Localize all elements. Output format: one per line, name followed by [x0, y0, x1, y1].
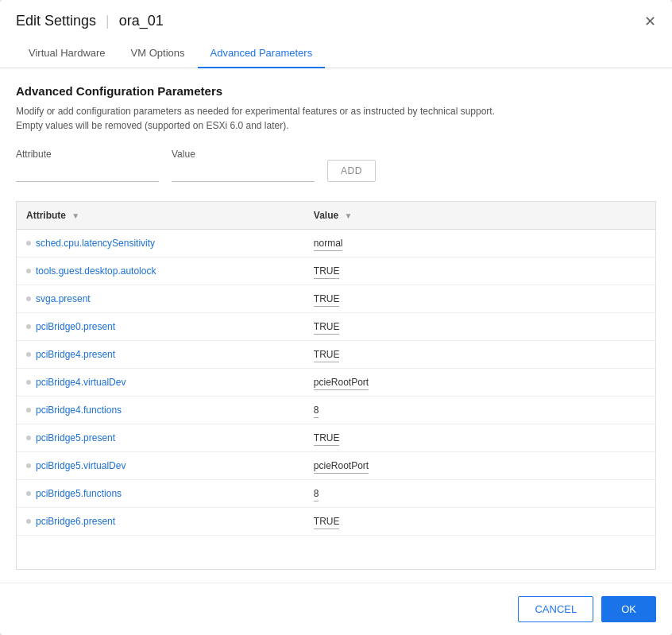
- val-cell-2: TRUE: [304, 285, 655, 313]
- value-input-group: Value: [172, 149, 315, 182]
- attr-dot-1: [26, 269, 31, 273]
- attr-link-7[interactable]: pciBridge5.present: [36, 432, 115, 443]
- tab-advanced-parameters[interactable]: Advanced Parameters: [198, 39, 326, 68]
- attr-cell-8: pciBridge5.virtualDev: [17, 452, 304, 480]
- dialog-title: Edit Settings: [16, 13, 96, 29]
- attr-dot-7: [26, 436, 31, 440]
- tab-bar: Virtual Hardware VM Options Advanced Par…: [0, 39, 672, 68]
- table-row: pciBridge4.virtualDev pcieRootPort: [17, 369, 655, 397]
- attr-link-5[interactable]: pciBridge4.virtualDev: [36, 377, 126, 388]
- attr-link-3[interactable]: pciBridge0.present: [36, 321, 115, 332]
- table-row: tools.guest.desktop.autolock TRUE: [17, 257, 655, 285]
- attr-dot-10: [26, 519, 31, 524]
- attr-cell-10: pciBridge6.present: [17, 508, 304, 536]
- attr-cell-7: pciBridge5.present: [17, 424, 304, 452]
- attribute-label: Attribute: [16, 149, 159, 160]
- val-cell-7: TRUE: [304, 424, 655, 452]
- column-header-attribute: Attribute ▼: [17, 202, 304, 230]
- val-text-3: TRUE: [314, 321, 340, 335]
- attribute-input[interactable]: [16, 163, 159, 182]
- val-cell-4: TRUE: [304, 341, 655, 369]
- attr-cell-3: pciBridge0.present: [17, 313, 304, 341]
- attr-dot-2: [26, 296, 31, 301]
- val-text-10: TRUE: [314, 516, 340, 529]
- val-text-8: pcieRootPort: [314, 460, 369, 474]
- section-desc-line2: Empty values will be removed (supported …: [16, 120, 289, 131]
- attr-link-6[interactable]: pciBridge4.functions: [36, 405, 122, 416]
- attr-cell-4: pciBridge4.present: [17, 341, 304, 369]
- val-text-0: normal: [314, 238, 343, 251]
- cancel-button[interactable]: CANCEL: [518, 596, 593, 622]
- edit-settings-dialog: Edit Settings | ora_01 ✕ Virtual Hardwar…: [0, 0, 672, 635]
- attr-dot-9: [26, 491, 31, 496]
- attr-link-10[interactable]: pciBridge6.present: [36, 516, 115, 527]
- val-cell-9: 8: [304, 480, 655, 508]
- table-row: svga.present TRUE: [17, 285, 655, 313]
- dialog-vm-name: ora_01: [119, 13, 164, 29]
- value-label: Value: [172, 149, 315, 160]
- attr-dot-5: [26, 380, 31, 385]
- attr-dot-0: [26, 241, 31, 246]
- table-row: pciBridge0.present TRUE: [17, 313, 655, 341]
- dialog-separator: |: [106, 13, 110, 29]
- val-text-6: 8: [314, 405, 319, 418]
- val-cell-0: normal: [304, 230, 655, 257]
- column-header-value: Value ▼: [304, 202, 655, 230]
- table-row: pciBridge4.present TRUE: [17, 341, 655, 369]
- content-area: Advanced Configuration Parameters Modify…: [0, 68, 672, 570]
- close-button[interactable]: ✕: [641, 11, 659, 32]
- value-input[interactable]: [172, 163, 315, 182]
- dialog-header: Edit Settings | ora_01 ✕: [0, 0, 672, 29]
- add-parameter-row: Attribute Value ADD: [16, 149, 656, 182]
- attr-cell-2: svga.present: [17, 285, 304, 313]
- add-button[interactable]: ADD: [327, 160, 376, 182]
- attr-link-2[interactable]: svga.present: [36, 293, 91, 304]
- val-text-2: TRUE: [314, 293, 340, 307]
- attribute-filter-icon[interactable]: ▼: [71, 211, 79, 220]
- attr-cell-0: sched.cpu.latencySensitivity: [17, 230, 304, 257]
- val-cell-10: TRUE: [304, 508, 655, 536]
- attr-cell-9: pciBridge5.functions: [17, 480, 304, 508]
- table-row: pciBridge5.functions 8: [17, 480, 655, 508]
- parameters-table-container: Attribute ▼ Value ▼ sched.cpu.latencySen…: [16, 201, 656, 570]
- val-text-7: TRUE: [314, 432, 340, 446]
- attr-dot-4: [26, 352, 31, 357]
- table-row: pciBridge5.virtualDev pcieRootPort: [17, 452, 655, 480]
- val-cell-1: TRUE: [304, 257, 655, 285]
- val-cell-3: TRUE: [304, 313, 655, 341]
- val-cell-6: 8: [304, 397, 655, 424]
- section-description: Modify or add configuration parameters a…: [16, 104, 656, 133]
- attr-cell-5: pciBridge4.virtualDev: [17, 369, 304, 397]
- ok-button[interactable]: OK: [601, 596, 656, 622]
- value-filter-icon[interactable]: ▼: [345, 211, 353, 220]
- table-row: pciBridge5.present TRUE: [17, 424, 655, 452]
- tab-virtual-hardware[interactable]: Virtual Hardware: [16, 39, 118, 68]
- attr-link-4[interactable]: pciBridge4.present: [36, 349, 115, 360]
- attr-dot-8: [26, 463, 31, 468]
- attr-dot-3: [26, 324, 31, 329]
- attr-link-8[interactable]: pciBridge5.virtualDev: [36, 460, 126, 471]
- val-text-5: pcieRootPort: [314, 377, 369, 390]
- dialog-footer: CANCEL OK: [0, 583, 672, 635]
- attr-cell-1: tools.guest.desktop.autolock: [17, 257, 304, 285]
- tab-vm-options[interactable]: VM Options: [118, 39, 198, 68]
- parameters-table: Attribute ▼ Value ▼ sched.cpu.latencySen…: [17, 202, 655, 536]
- attr-link-0[interactable]: sched.cpu.latencySensitivity: [36, 238, 155, 249]
- table-row: sched.cpu.latencySensitivity normal: [17, 230, 655, 257]
- val-cell-5: pcieRootPort: [304, 369, 655, 397]
- val-text-9: 8: [314, 488, 319, 501]
- val-cell-8: pcieRootPort: [304, 452, 655, 480]
- table-header-row: Attribute ▼ Value ▼: [17, 202, 655, 230]
- attr-link-1[interactable]: tools.guest.desktop.autolock: [36, 265, 156, 277]
- attr-dot-6: [26, 408, 31, 412]
- attr-link-9[interactable]: pciBridge5.functions: [36, 488, 122, 499]
- attribute-input-group: Attribute: [16, 149, 159, 182]
- val-text-1: TRUE: [314, 265, 340, 279]
- table-row: pciBridge6.present TRUE: [17, 508, 655, 536]
- table-row: pciBridge4.functions 8: [17, 397, 655, 424]
- section-title: Advanced Configuration Parameters: [16, 84, 656, 98]
- val-text-4: TRUE: [314, 349, 340, 362]
- attr-cell-6: pciBridge4.functions: [17, 397, 304, 424]
- section-desc-line1: Modify or add configuration parameters a…: [16, 106, 495, 117]
